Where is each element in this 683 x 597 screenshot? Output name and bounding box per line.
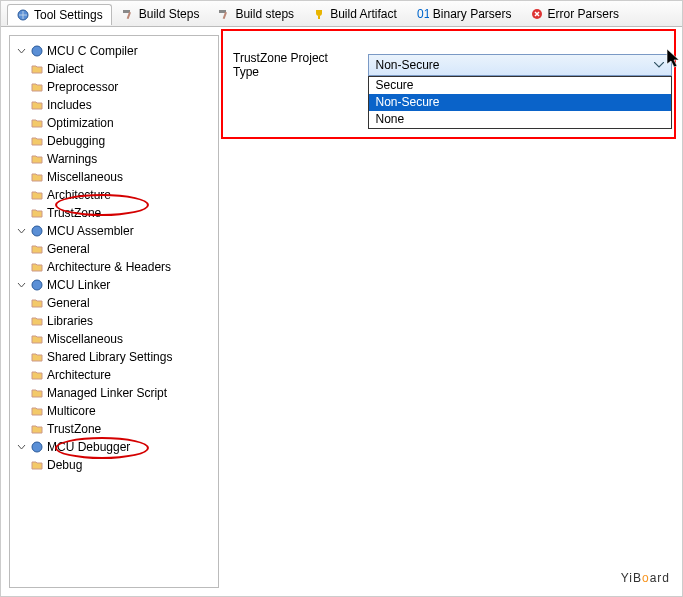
tree-label: Optimization <box>47 114 114 132</box>
folder-icon <box>30 350 44 364</box>
tree-label: TrustZone <box>47 204 101 222</box>
tree-label: General <box>47 294 90 312</box>
tree-node-shared-lib[interactable]: Shared Library Settings <box>28 348 216 366</box>
tree-node-miscellaneous-1[interactable]: Miscellaneous <box>28 168 216 186</box>
folder-icon <box>30 458 44 472</box>
chevron-down-icon[interactable] <box>16 46 27 57</box>
tree-label: Warnings <box>47 150 97 168</box>
tree-node-warnings[interactable]: Warnings <box>28 150 216 168</box>
combo-option-non-secure[interactable]: Non-Secure <box>369 94 671 111</box>
combo-value: Non-Secure <box>375 58 439 72</box>
tree-node-mcu-debugger[interactable]: MCU Debugger <box>14 438 216 456</box>
tree-label: Preprocessor <box>47 78 118 96</box>
folder-icon <box>30 422 44 436</box>
tree-label: Architecture & Headers <box>47 258 171 276</box>
folder-icon <box>30 170 44 184</box>
gear-globe-icon <box>16 8 30 22</box>
svg-point-8 <box>32 46 42 56</box>
combo-wrap: Non-Secure Secure Non-Secure None <box>368 54 672 76</box>
tree-label: MCU Assembler <box>47 222 134 240</box>
tool-icon <box>30 440 44 454</box>
tab-tool-settings[interactable]: Tool Settings <box>7 4 112 25</box>
folder-icon <box>30 314 44 328</box>
tree-label: Miscellaneous <box>47 168 123 186</box>
tree-node-multicore[interactable]: Multicore <box>28 402 216 420</box>
folder-icon <box>30 206 44 220</box>
hammer-icon <box>217 7 231 21</box>
tree-label: Managed Linker Script <box>47 384 167 402</box>
folder-icon <box>30 134 44 148</box>
form-label-trustzone: TrustZone Project Type <box>233 51 356 79</box>
tab-bar: Tool Settings Build Steps Build steps Bu… <box>1 1 682 27</box>
chevron-down-icon[interactable] <box>16 226 27 237</box>
svg-rect-5 <box>318 16 320 19</box>
settings-tree: MCU C Compiler Dialect Preprocessor Incl… <box>12 42 216 474</box>
tree-label: Dialect <box>47 60 84 78</box>
tree-label: MCU Linker <box>47 276 110 294</box>
tree-node-general-1[interactable]: General <box>28 240 216 258</box>
combo-dropdown: Secure Non-Secure None <box>368 76 672 129</box>
tab-build-artifact[interactable]: Build Artifact <box>303 3 406 24</box>
folder-icon <box>30 404 44 418</box>
tree-node-optimization[interactable]: Optimization <box>28 114 216 132</box>
tree-label: MCU C Compiler <box>47 42 138 60</box>
error-icon <box>530 7 544 21</box>
folder-icon <box>30 332 44 346</box>
chevron-down-icon[interactable] <box>16 442 27 453</box>
tool-icon <box>30 224 44 238</box>
tab-error-parsers[interactable]: Error Parsers <box>521 3 628 24</box>
tab-label: Build steps <box>235 7 294 21</box>
tree-node-miscellaneous-2[interactable]: Miscellaneous <box>28 330 216 348</box>
tab-binary-parsers[interactable]: 01 Binary Parsers <box>406 3 521 24</box>
svg-point-10 <box>32 280 42 290</box>
tree-label: Multicore <box>47 402 96 420</box>
folder-icon <box>30 386 44 400</box>
tree-node-general-2[interactable]: General <box>28 294 216 312</box>
folder-icon <box>30 98 44 112</box>
watermark: YiBoard <box>621 553 670 590</box>
tree-label: MCU Debugger <box>47 438 130 456</box>
content-area: MCU C Compiler Dialect Preprocessor Incl… <box>1 27 682 596</box>
tab-label: Tool Settings <box>34 8 103 22</box>
svg-point-9 <box>32 226 42 236</box>
trustzone-type-combo[interactable]: Non-Secure <box>368 54 672 76</box>
tree-node-trustzone-1[interactable]: TrustZone <box>28 204 216 222</box>
folder-icon <box>30 188 44 202</box>
folder-icon <box>30 296 44 310</box>
tree-node-architecture-1[interactable]: Architecture <box>28 186 216 204</box>
tree-node-debug[interactable]: Debug <box>28 456 216 474</box>
folder-icon <box>30 368 44 382</box>
tree-node-mcu-linker[interactable]: MCU Linker <box>14 276 216 294</box>
tree-label: Includes <box>47 96 92 114</box>
tree-node-dialect[interactable]: Dialect <box>28 60 216 78</box>
tree-label: Miscellaneous <box>47 330 123 348</box>
tree-label: Debugging <box>47 132 105 150</box>
tree-panel: MCU C Compiler Dialect Preprocessor Incl… <box>9 35 219 588</box>
tab-build-steps-1[interactable]: Build Steps <box>112 3 209 24</box>
settings-form: TrustZone Project Type Non-Secure Secure… <box>219 27 682 596</box>
tree-node-libraries[interactable]: Libraries <box>28 312 216 330</box>
folder-icon <box>30 80 44 94</box>
tool-icon <box>30 44 44 58</box>
tree-label: Shared Library Settings <box>47 348 172 366</box>
tree-node-managed-linker[interactable]: Managed Linker Script <box>28 384 216 402</box>
tree-node-preprocessor[interactable]: Preprocessor <box>28 78 216 96</box>
tree-node-mcu-assembler[interactable]: MCU Assembler <box>14 222 216 240</box>
binary-icon: 01 <box>415 7 429 21</box>
folder-icon <box>30 116 44 130</box>
tree-node-trustzone-2[interactable]: TrustZone <box>28 420 216 438</box>
folder-icon <box>30 242 44 256</box>
chevron-down-icon[interactable] <box>16 280 27 291</box>
tree-node-includes[interactable]: Includes <box>28 96 216 114</box>
tree-node-mcu-c-compiler[interactable]: MCU C Compiler <box>14 42 216 60</box>
tree-label: General <box>47 240 90 258</box>
folder-icon <box>30 152 44 166</box>
combo-option-secure[interactable]: Secure <box>369 77 671 94</box>
tab-build-steps-2[interactable]: Build steps <box>208 3 303 24</box>
tree-node-debugging[interactable]: Debugging <box>28 132 216 150</box>
svg-point-11 <box>32 442 42 452</box>
combo-option-none[interactable]: None <box>369 111 671 128</box>
tree-node-architecture-2[interactable]: Architecture <box>28 366 216 384</box>
tree-label: TrustZone <box>47 420 101 438</box>
tree-node-arch-headers[interactable]: Architecture & Headers <box>28 258 216 276</box>
